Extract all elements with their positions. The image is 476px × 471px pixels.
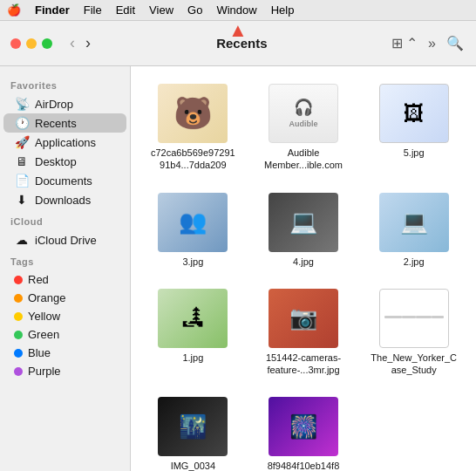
- sidebar-item-tag-yellow[interactable]: Yellow: [3, 307, 126, 325]
- file-item-3jpg[interactable]: 👥 3.jpg: [145, 189, 241, 271]
- tags-label: Tags: [0, 249, 130, 270]
- file-thumbnail: 👥: [158, 193, 228, 252]
- file-item-4jpg[interactable]: 💻 4.jpg: [255, 189, 352, 271]
- downloads-icon: ⬇: [14, 193, 30, 207]
- tag-label: Red: [28, 273, 49, 286]
- tag-label: Orange: [28, 291, 65, 304]
- file-thumbnail: 💻: [269, 193, 338, 252]
- sidebar-item-label: Desktop: [35, 155, 77, 168]
- file-thumbnail: 🌃: [158, 397, 228, 456]
- main-layout: Favorites 📡 AirDrop 🕐 Recents 🚀 Applicat…: [0, 66, 476, 471]
- file-item-winnie[interactable]: 🐻 c72ca6b569e9729191b4...7dda209: [145, 80, 241, 175]
- nav-buttons: ‹ ›: [66, 32, 94, 54]
- file-thumbnail: 🏞: [158, 289, 228, 348]
- more-button[interactable]: »: [426, 34, 438, 53]
- file-name: 2.jpg: [404, 256, 425, 268]
- sidebar-item-recents[interactable]: 🕐 Recents: [3, 113, 126, 133]
- sidebar-item-tag-orange[interactable]: Orange: [3, 289, 126, 307]
- file-item-newyorker[interactable]: The_New_Yorker_Case_Study: [365, 285, 462, 380]
- traffic-lights: [10, 38, 52, 49]
- tag-label: Green: [28, 328, 59, 341]
- sidebar-item-label: Documents: [35, 174, 92, 188]
- file-item-audible[interactable]: 🎧 Audible Audible Member...ible.com: [255, 80, 352, 175]
- tag-label: Yellow: [28, 310, 60, 323]
- sidebar-item-tag-red[interactable]: Red: [3, 270, 126, 289]
- blue-dot: [14, 349, 23, 358]
- menu-window[interactable]: Window: [216, 3, 256, 17]
- toolbar: ‹ › ▲ Recents ⊞ ⌃ » 🔍: [0, 21, 476, 66]
- purple-dot: [14, 367, 23, 376]
- zoom-button[interactable]: [42, 38, 52, 49]
- file-thumbnail: 🎧 Audible: [269, 84, 338, 143]
- back-button[interactable]: ‹: [66, 32, 78, 54]
- sidebar-item-label: iCloud Drive: [35, 234, 97, 247]
- file-item-img0034[interactable]: 🌃 IMG_0034: [145, 393, 241, 471]
- sidebar-item-label: Recents: [35, 117, 77, 130]
- red-dot: [14, 276, 23, 284]
- tag-label: Blue: [28, 346, 51, 359]
- file-grid: 🐻 c72ca6b569e9729191b4...7dda209 🎧 Audib…: [131, 66, 476, 471]
- recents-icon: 🕐: [14, 116, 30, 130]
- file-thumbnail: 🐻: [158, 84, 228, 143]
- sidebar-item-tag-blue[interactable]: Blue: [3, 344, 126, 362]
- file-name: 3.jpg: [182, 256, 203, 268]
- search-button[interactable]: 🔍: [445, 33, 466, 53]
- file-item-5jpg[interactable]: 🖼 5.jpg: [365, 80, 462, 175]
- documents-icon: 📄: [14, 174, 30, 188]
- minimize-button[interactable]: [26, 38, 37, 49]
- sidebar-item-tag-green[interactable]: Green: [3, 325, 126, 344]
- file-thumbnail: 🖼: [379, 84, 449, 143]
- view-toggle-button[interactable]: ⊞ ⌃: [390, 33, 419, 53]
- file-name: 1.jpg: [182, 352, 203, 364]
- sidebar-item-downloads[interactable]: ⬇ Downloads: [3, 190, 126, 209]
- file-name: 5.jpg: [404, 147, 425, 159]
- icloud-icon: ☁: [14, 233, 30, 247]
- file-thumbnail: 💻: [379, 193, 449, 252]
- file-name: Audible Member...ible.com: [259, 147, 349, 172]
- finder-window: ‹ › ▲ Recents ⊞ ⌃ » 🔍 Favorites 📡 AirDro…: [0, 21, 476, 471]
- toolbar-right: ⊞ ⌃ » 🔍: [390, 33, 466, 53]
- favorites-label: Favorites: [0, 73, 130, 94]
- applications-icon: 🚀: [14, 135, 30, 149]
- close-button[interactable]: [10, 38, 21, 49]
- icloud-label: iCloud: [0, 209, 130, 230]
- menu-file[interactable]: File: [84, 3, 102, 17]
- sidebar-item-icloud-drive[interactable]: ☁ iCloud Drive: [3, 230, 126, 249]
- file-name: The_New_Yorker_Case_Study: [369, 352, 459, 377]
- sidebar-item-label: AirDrop: [35, 98, 73, 111]
- file-item-151[interactable]: 📷 151442-cameras-feature-...3mr.jpg: [255, 285, 352, 380]
- desktop-icon: 🖥: [14, 154, 30, 168]
- orange-dot: [14, 294, 23, 303]
- menu-go[interactable]: Go: [187, 3, 202, 17]
- green-dot: [14, 331, 23, 339]
- menubar: 🍎 Finder File Edit View Go Window Help: [0, 0, 476, 21]
- airdrop-icon: 📡: [14, 97, 30, 111]
- sidebar-item-label: Downloads: [35, 194, 91, 207]
- sidebar-item-desktop[interactable]: 🖥 Desktop: [3, 152, 126, 171]
- file-thumbnail: [379, 289, 449, 348]
- sidebar-item-label: Applications: [35, 136, 96, 149]
- file-name: 151442-cameras-feature-...3mr.jpg: [259, 352, 349, 377]
- sidebar-item-airdrop[interactable]: 📡 AirDrop: [3, 94, 126, 113]
- sidebar-item-applications[interactable]: 🚀 Applications: [3, 133, 126, 152]
- menu-view[interactable]: View: [149, 3, 173, 17]
- sidebar-item-documents[interactable]: 📄 Documents: [3, 171, 126, 190]
- sidebar-item-tag-purple[interactable]: Purple: [3, 362, 126, 380]
- apple-menu[interactable]: 🍎: [7, 3, 21, 17]
- file-name: c72ca6b569e9729191b4...7dda209: [148, 147, 238, 172]
- forward-button[interactable]: ›: [82, 32, 94, 54]
- file-name: 4.jpg: [293, 256, 314, 268]
- file-thumbnail: 🎆: [269, 397, 338, 456]
- file-thumbnail: 📷: [269, 289, 338, 348]
- menu-edit[interactable]: Edit: [116, 3, 135, 17]
- menu-finder[interactable]: Finder: [35, 3, 70, 17]
- sidebar: Favorites 📡 AirDrop 🕐 Recents 🚀 Applicat…: [0, 66, 131, 471]
- file-item-1jpg[interactable]: 🏞 1.jpg: [145, 285, 241, 380]
- file-name: 8f9484f10eb14f8: [268, 460, 340, 471]
- tag-label: Purple: [28, 365, 61, 378]
- yellow-dot: [14, 312, 23, 321]
- file-name: IMG_0034: [171, 460, 215, 471]
- menu-help[interactable]: Help: [271, 3, 295, 17]
- file-item-8f9[interactable]: 🎆 8f9484f10eb14f8: [255, 393, 352, 471]
- file-item-2jpg[interactable]: 💻 2.jpg: [365, 189, 462, 271]
